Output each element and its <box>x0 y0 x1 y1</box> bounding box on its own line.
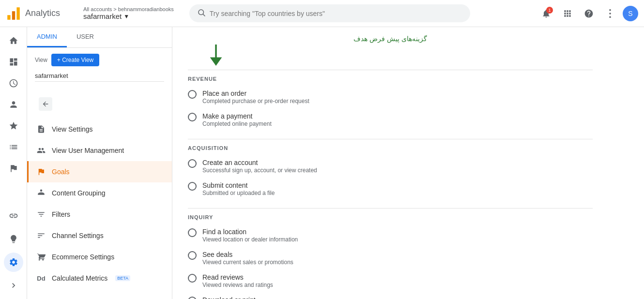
sidebar-icons <box>0 27 27 299</box>
create-view-row: View + Create View <box>35 54 164 66</box>
svg-line-4 <box>203 14 205 16</box>
nav-item-goals[interactable]: Goals <box>27 161 172 182</box>
nav-list: View Settings View User Management Goals <box>27 119 172 289</box>
svg-rect-1 <box>12 11 15 20</box>
category-header-acquisition: ACQUISITION <box>188 139 593 155</box>
account-info: All accounts > behnammoradianbooks safar… <box>83 6 174 20</box>
header-actions: 1 S <box>537 5 638 22</box>
goal-radio-find-location[interactable] <box>188 228 197 237</box>
sidebar-icon-link[interactable] <box>4 206 23 225</box>
sidebar-icon-person[interactable] <box>4 95 23 114</box>
goal-radio-place-order[interactable] <box>188 90 197 99</box>
notifications-button[interactable]: 1 <box>537 5 555 22</box>
goal-desc-place-order: Completed purchase or pre-order request <box>202 98 309 105</box>
account-name[interactable]: safarmarket ▼ <box>83 12 174 20</box>
goal-download-print: Download or print Downloaded or printed … <box>188 292 593 299</box>
back-button[interactable] <box>39 97 52 111</box>
goal-desc-see-deals: Viewed current sales or promotions <box>202 259 293 266</box>
admin-tab-content: View + Create View safarmarket <box>27 48 172 91</box>
more-menu-button[interactable] <box>601 5 619 22</box>
nav-item-ecommerce-settings[interactable]: Ecommerce Settings <box>27 246 172 268</box>
category-revenue: REVENUE Place an order Completed purchas… <box>188 70 593 131</box>
nav-item-view-settings[interactable]: View Settings <box>27 119 172 140</box>
breadcrumb: All accounts > behnammoradianbooks <box>83 6 174 12</box>
category-header-revenue: REVENUE <box>188 70 593 86</box>
category-header-inquiry: INQUIRY <box>188 209 593 224</box>
sidebar-icon-home[interactable] <box>4 31 23 50</box>
sidebar-expand-button[interactable] <box>4 276 23 295</box>
goal-see-deals: See deals Viewed current sales or promot… <box>188 247 593 269</box>
nav-item-user-management[interactable]: View User Management <box>27 140 172 161</box>
arrow-down-icon <box>188 45 593 66</box>
avatar[interactable]: S <box>623 6 638 21</box>
nav-item-filters[interactable]: Filters <box>27 204 172 225</box>
svg-rect-0 <box>7 15 10 20</box>
goal-desc-find-location: Viewed location or dealer information <box>202 236 298 243</box>
goal-find-location: Find a location Viewed location or deale… <box>188 224 593 247</box>
apps-button[interactable] <box>559 5 576 22</box>
goal-name-make-payment: Make a payment <box>202 112 272 120</box>
goal-desc-create-account: Successful sign up, account, or view cre… <box>202 167 317 174</box>
goal-make-payment: Make a payment Completed online payment <box>188 108 593 131</box>
analytics-logo-icon <box>6 6 21 21</box>
admin-tabs: ADMIN USER <box>27 27 172 48</box>
help-button[interactable] <box>580 5 598 22</box>
view-label: View <box>35 57 47 63</box>
calculated-metrics-icon: Dd <box>36 273 46 283</box>
ecommerce-settings-icon <box>36 252 46 262</box>
goal-name-submit-content: Submit content <box>202 181 275 189</box>
search-icon <box>197 8 206 18</box>
search-input[interactable] <box>210 10 462 17</box>
search-bar <box>189 4 470 22</box>
goal-radio-read-reviews[interactable] <box>188 274 197 283</box>
svg-point-3 <box>199 10 204 15</box>
goal-name-place-order: Place an order <box>202 90 309 97</box>
tab-user[interactable]: USER <box>67 27 104 47</box>
nav-item-calculated-metrics[interactable]: Dd Calculated Metrics BETA <box>27 268 172 289</box>
goal-name-find-location: Find a location <box>202 228 298 236</box>
svg-rect-2 <box>16 7 19 20</box>
main-container: ADMIN USER View + Create View safarmarke… <box>0 27 644 299</box>
sidebar-icon-star[interactable] <box>4 116 23 135</box>
svg-point-7 <box>609 16 611 18</box>
tab-admin[interactable]: ADMIN <box>27 27 67 47</box>
sidebar-icon-clock[interactable] <box>4 74 23 93</box>
create-view-button[interactable]: + Create View <box>51 54 100 66</box>
sidebar-icon-flag[interactable] <box>4 159 23 178</box>
persian-annotation: گزینه‌های پیش فرض هدف <box>188 35 593 43</box>
dropdown-arrow-icon: ▼ <box>123 13 129 20</box>
svg-marker-10 <box>210 57 222 66</box>
channel-settings-icon <box>36 231 46 240</box>
sidebar-icon-bulb[interactable] <box>4 229 23 249</box>
goal-radio-download-print[interactable] <box>188 297 197 299</box>
admin-panel: ADMIN USER View + Create View safarmarke… <box>27 27 172 299</box>
user-management-icon <box>36 146 46 155</box>
content-area: گزینه‌های پیش فرض هدف REVENUE Place an o… <box>172 27 644 299</box>
content-inner: گزینه‌های پیش فرض هدف REVENUE Place an o… <box>172 27 608 299</box>
goal-radio-submit-content[interactable] <box>188 182 197 191</box>
logo-text: Analytics <box>25 8 60 18</box>
sidebar-icon-gear[interactable] <box>4 253 23 272</box>
goals-icon <box>36 167 46 177</box>
nav-item-channel-settings[interactable]: Channel Settings <box>27 225 172 246</box>
svg-point-8 <box>40 190 43 192</box>
beta-badge: BETA <box>115 275 130 281</box>
goal-radio-create-account[interactable] <box>188 159 197 168</box>
category-acquisition: ACQUISITION Create an account Successful… <box>188 139 593 200</box>
goal-radio-see-deals[interactable] <box>188 251 197 260</box>
notification-badge: 1 <box>546 7 553 14</box>
goal-create-account: Create an account Successful sign up, ac… <box>188 155 593 178</box>
goal-radio-make-payment[interactable] <box>188 113 197 121</box>
sidebar-icon-dashboard[interactable] <box>4 52 23 72</box>
goal-desc-make-payment: Completed online payment <box>202 120 272 127</box>
goal-name-see-deals: See deals <box>202 251 293 258</box>
header: Analytics All accounts > behnammoradianb… <box>0 0 644 27</box>
goal-submit-content: Submit content Submitted or uploaded a f… <box>188 178 593 200</box>
goal-place-order: Place an order Completed purchase or pre… <box>188 86 593 108</box>
view-name: safarmarket <box>35 70 164 82</box>
svg-point-5 <box>609 9 611 11</box>
goal-name-download-print: Download or print <box>202 296 316 299</box>
sidebar-icon-list[interactable] <box>4 137 23 157</box>
nav-item-content-grouping[interactable]: Content Grouping <box>27 182 172 204</box>
goal-categories: REVENUE Place an order Completed purchas… <box>188 70 593 299</box>
